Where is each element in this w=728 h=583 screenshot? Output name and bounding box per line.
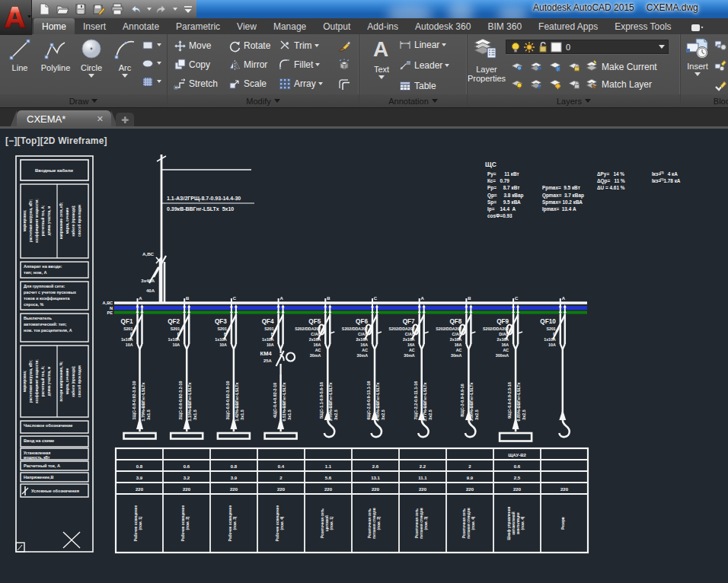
ribbon-tab-autodesk-360[interactable]: Autodesk 360	[407, 18, 479, 34]
layer-select-combo[interactable]: 0	[506, 40, 669, 54]
layer-unisolate-icon[interactable]	[530, 78, 543, 91]
redo-button[interactable]	[154, 2, 171, 17]
panel-label-block[interactable]: Bloc	[681, 94, 728, 107]
svg-text:QF10: QF10	[540, 318, 556, 325]
panel-label-annotation[interactable]: Annotation	[359, 94, 467, 107]
svg-text:питания стендов: питания стендов	[420, 508, 423, 538]
array-button[interactable]: Array	[279, 76, 338, 91]
ribbon-tab-home[interactable]: Home	[34, 18, 75, 34]
explode-icon-button[interactable]	[338, 57, 356, 72]
rectangle-icon-button[interactable]	[142, 37, 161, 53]
ribbon-display-toggle[interactable]	[688, 22, 707, 34]
svg-text:1.1-АЗ/2ГРЩ-8.7-0.93-14.4-30: 1.1-АЗ/2ГРЩ-8.7-0.93-14.4-30	[167, 196, 241, 202]
svg-text:9ЩС-0.6-0.9-2.5-16: 9ЩС-0.6-0.9-2.5-16	[507, 382, 512, 419]
move-button[interactable]: Move	[174, 38, 228, 53]
viewport-controls[interactable]: [−][Top][2D Wireframe]	[5, 135, 107, 146]
swatch-icon[interactable]	[551, 41, 562, 53]
layer-isolate-icon[interactable]	[530, 60, 543, 73]
ed-button[interactable]: Ed	[714, 78, 728, 94]
match-layer-icon	[586, 78, 599, 91]
ribbon-tab-insert[interactable]: Insert	[75, 18, 114, 34]
svg-text:расчетная нагрузка, кВт;: расчетная нагрузка, кВт;	[29, 199, 33, 242]
cr-button[interactable]: Cr	[714, 37, 728, 53]
line-icon	[8, 37, 32, 62]
copy-button[interactable]: Copy	[174, 57, 228, 72]
polyline-button[interactable]: Polyline	[37, 34, 75, 94]
erase-icon-button[interactable]	[338, 38, 356, 53]
undo-dropdown[interactable]	[146, 2, 152, 17]
panel-label-draw[interactable]: Draw	[0, 94, 167, 107]
ribbon-tab-annotate[interactable]: Annotate	[114, 18, 168, 34]
stretch-button[interactable]: Stretch	[174, 76, 228, 91]
ribbon-tab-bim-360[interactable]: BIM 360	[479, 18, 530, 34]
svg-text:5.6: 5.6	[325, 476, 332, 480]
customize-button[interactable]	[180, 2, 196, 17]
rotate-button[interactable]: Rotate	[228, 38, 279, 53]
bulb-icon[interactable]	[509, 41, 521, 53]
svg-text:QF7: QF7	[403, 318, 415, 325]
circuit-QF10: АQF10S201E1х10А10А	[540, 296, 569, 437]
sun-icon[interactable]	[523, 41, 535, 53]
svg-text:10А: 10А	[172, 342, 180, 347]
layer-thaw-icon[interactable]	[549, 78, 562, 91]
svg-text:3х2.5: 3х2.5	[428, 409, 433, 420]
layer-unlock-icon[interactable]	[568, 78, 581, 91]
table-button[interactable]: Table	[399, 78, 449, 94]
ribbon-tab-manage[interactable]: Manage	[265, 18, 315, 34]
panel-label-modify[interactable]: Modify	[168, 94, 359, 107]
ribbon-tab-parametric[interactable]: Parametric	[168, 18, 228, 34]
insert-button[interactable]: Insert	[681, 34, 714, 94]
layer-off-icon[interactable]	[511, 60, 524, 73]
layer-lock-icon[interactable]	[568, 60, 581, 73]
fillet-button[interactable]: Fillet	[279, 57, 338, 72]
ribbon-tab-view[interactable]: View	[228, 18, 265, 34]
match-layer-button[interactable]: Match Layer	[586, 75, 657, 93]
svg-text:ном. ток расцепителя, А: ном. ток расцепителя, А	[24, 328, 72, 333]
leader-button[interactable]: Leader	[399, 58, 449, 73]
svg-text:2ЩС-0.6-0.92-3.2-10: 2ЩС-0.6-0.92-3.2-10	[178, 381, 183, 419]
circle-button[interactable]: Circle	[75, 34, 108, 94]
layer-properties-button[interactable]: LayerProperties	[468, 34, 506, 94]
undo-button[interactable]	[128, 2, 145, 17]
panel-block: InsertCrEdEdBloc	[680, 34, 728, 107]
save-button[interactable]	[73, 2, 90, 17]
ed-button[interactable]: Ed	[714, 58, 728, 73]
unlock-icon[interactable]	[537, 41, 548, 53]
svg-text:QF8: QF8	[449, 318, 461, 325]
file-tab-cxema[interactable]: CXEMA* ✕	[17, 110, 111, 128]
svg-text:тип; ном, А: тип; ном, А	[24, 270, 46, 275]
application-menu-button[interactable]	[0, 0, 32, 35]
linear-button[interactable]: Linear	[399, 37, 449, 53]
hatch-icon-button[interactable]	[142, 74, 161, 89]
file-tab-close-icon[interactable]: ✕	[97, 114, 111, 124]
plot-button[interactable]	[110, 2, 126, 17]
svg-text:Iрmax= 13.4 А: Iрmax= 13.4 А	[542, 206, 576, 212]
new-button[interactable]	[37, 2, 53, 17]
panel-label-layers[interactable]: Layers	[468, 94, 680, 107]
open-button[interactable]	[55, 2, 72, 17]
svg-text:Расчетный ток, А: Расчетный ток, А	[24, 464, 60, 468]
chevron-down-icon[interactable]	[659, 45, 665, 52]
svg-text:D/AC: D/AC	[499, 332, 509, 336]
scale-button[interactable]: Scale	[228, 76, 279, 91]
text-button[interactable]: A Text	[364, 34, 399, 94]
svg-text:Sр= 9.5 кВА: Sр= 9.5 кВА	[487, 199, 521, 205]
ribbon-tab-featured-apps[interactable]: Featured Apps	[530, 18, 606, 34]
new-drawing-tab-button[interactable]: ✚	[116, 113, 134, 128]
arc-button[interactable]: Arc	[108, 34, 142, 94]
offset-icon-button[interactable]	[338, 76, 356, 91]
ribbon-tab-output[interactable]: Output	[315, 18, 359, 34]
layer-on-icon[interactable]	[511, 78, 524, 91]
mirror-button[interactable]: Mirror	[228, 57, 279, 72]
redo-dropdown[interactable]	[172, 2, 178, 17]
line-button[interactable]: Line	[3, 34, 37, 94]
svg-text:2х16А: 2х16А	[450, 337, 462, 342]
drawing-canvas[interactable]: [−][Top][2D Wireframe] Вводные кабелимар…	[0, 129, 728, 583]
ribbon-tab-express-tools[interactable]: Express Tools	[606, 18, 679, 34]
layer-freeze-icon[interactable]	[549, 60, 562, 73]
ribbon-tab-add-ins[interactable]: Add-ins	[359, 18, 407, 34]
ellipse-icon-button[interactable]	[142, 56, 161, 71]
make-current-button[interactable]: Make Current	[586, 58, 657, 75]
trim-button[interactable]: Trim	[279, 38, 338, 53]
save-as-button[interactable]	[91, 2, 108, 17]
